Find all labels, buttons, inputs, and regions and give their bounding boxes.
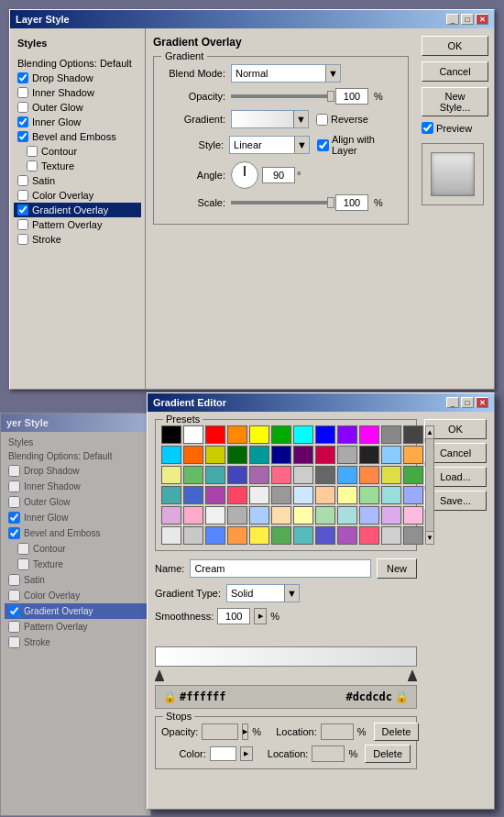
preset-swatch-68[interactable]: [337, 526, 357, 545]
angle-dial[interactable]: [231, 161, 258, 189]
preset-swatch-0[interactable]: [161, 425, 181, 444]
preset-swatch-4[interactable]: [249, 425, 269, 444]
stops-delete-btn1[interactable]: Delete: [374, 723, 420, 741]
preset-swatch-70[interactable]: [381, 526, 401, 545]
preset-swatch-14[interactable]: [205, 446, 225, 464]
preset-swatch-35[interactable]: [403, 466, 423, 484]
smoothness-input[interactable]: [217, 608, 250, 624]
contour-checkbox[interactable]: [27, 146, 38, 157]
stops-delete-btn2[interactable]: Delete: [365, 745, 411, 763]
opacity-slider[interactable]: [231, 94, 332, 98]
preset-swatch-13[interactable]: [183, 446, 203, 464]
sidebar-item-coloroverlay[interactable]: Color Overlay: [14, 188, 141, 203]
preset-swatch-5[interactable]: [271, 425, 291, 444]
preset-swatch-63[interactable]: [227, 526, 247, 545]
gradient-arrow[interactable]: ▼: [293, 111, 308, 127]
new-style-button[interactable]: New Style...: [422, 87, 488, 116]
stops-location-input1[interactable]: [321, 723, 354, 740]
preset-swatch-43[interactable]: [315, 486, 335, 504]
preset-swatch-12[interactable]: [161, 446, 181, 464]
preset-swatch-10[interactable]: [381, 425, 401, 444]
minimize-button[interactable]: _: [446, 14, 459, 25]
preset-swatch-56[interactable]: [337, 506, 357, 524]
stroke-checkbox[interactable]: [17, 234, 28, 245]
sidebar-item-outerglow[interactable]: Outer Glow: [14, 100, 141, 115]
preset-swatch-3[interactable]: [227, 425, 247, 444]
satin-checkbox[interactable]: [17, 175, 28, 186]
ge-minimize-button[interactable]: _: [446, 397, 459, 408]
sidebar-item-satin[interactable]: Satin: [14, 173, 141, 188]
scale-slider[interactable]: [231, 201, 332, 204]
preset-swatch-20[interactable]: [337, 446, 357, 464]
preset-swatch-38[interactable]: [205, 486, 225, 504]
preset-swatch-64[interactable]: [249, 526, 269, 545]
preset-swatch-30[interactable]: [293, 466, 313, 484]
preset-swatch-15[interactable]: [227, 446, 247, 464]
cancel-button[interactable]: Cancel: [422, 61, 488, 82]
preset-swatch-53[interactable]: [271, 506, 291, 524]
stops-color-arrow[interactable]: ▶: [240, 746, 253, 761]
preset-swatch-67[interactable]: [315, 526, 335, 545]
align-checkbox[interactable]: [317, 139, 329, 151]
preset-swatch-7[interactable]: [315, 425, 335, 444]
preset-swatch-54[interactable]: [293, 506, 313, 524]
preset-swatch-39[interactable]: [227, 486, 247, 504]
stops-opacity-input[interactable]: [202, 723, 238, 740]
preset-swatch-57[interactable]: [359, 506, 379, 524]
preset-swatch-17[interactable]: [271, 446, 291, 464]
style-arrow[interactable]: ▼: [294, 137, 309, 153]
preset-swatch-24[interactable]: [161, 466, 181, 484]
preset-swatch-45[interactable]: [359, 486, 379, 504]
innershadow-checkbox[interactable]: [17, 87, 28, 98]
preset-swatch-9[interactable]: [359, 425, 379, 444]
patternoverlay-checkbox[interactable]: [17, 219, 28, 230]
scroll-up-button[interactable]: ▲: [426, 426, 433, 439]
right-stop-marker[interactable]: [408, 670, 417, 683]
close-button[interactable]: ✕: [476, 14, 488, 25]
sidebar-item-blending[interactable]: Blending Options: Default: [14, 56, 141, 71]
preset-swatch-25[interactable]: [183, 466, 203, 484]
preset-swatch-69[interactable]: [359, 526, 379, 545]
angle-input[interactable]: [262, 167, 295, 183]
preset-swatch-18[interactable]: [293, 446, 313, 464]
preset-swatch-29[interactable]: [271, 466, 291, 484]
bevel-checkbox[interactable]: [17, 131, 28, 142]
gradient-type-arrow[interactable]: ▼: [284, 585, 299, 602]
opacity-input[interactable]: [335, 88, 368, 105]
gradient-bar[interactable]: [155, 646, 417, 667]
texture-checkbox[interactable]: [27, 160, 38, 171]
stops-location-input2[interactable]: [312, 745, 345, 762]
preset-swatch-22[interactable]: [381, 446, 401, 464]
stops-opacity-stepper[interactable]: ▶: [242, 723, 248, 740]
sidebar-item-innershadow[interactable]: Inner Shadow: [14, 85, 141, 100]
preset-swatch-21[interactable]: [359, 446, 379, 464]
gradient-type-combo[interactable]: Solid ▼: [226, 584, 300, 602]
blend-mode-arrow[interactable]: ▼: [325, 65, 340, 82]
preset-swatch-31[interactable]: [315, 466, 335, 484]
sidebar-item-contour[interactable]: Contour: [14, 144, 141, 159]
preset-swatch-40[interactable]: [249, 486, 269, 504]
sidebar-item-bevel[interactable]: Bevel and Emboss: [14, 129, 141, 144]
preset-swatch-60[interactable]: [161, 526, 181, 545]
preset-swatch-6[interactable]: [293, 425, 313, 444]
preset-swatch-71[interactable]: [403, 526, 423, 545]
innerglow-checkbox[interactable]: [17, 116, 28, 127]
sidebar-item-gradientoverlay[interactable]: Gradient Overlay: [14, 203, 141, 217]
preset-swatch-55[interactable]: [315, 506, 335, 524]
preset-swatch-58[interactable]: [381, 506, 401, 524]
opacity-thumb[interactable]: [327, 91, 334, 102]
preset-swatch-28[interactable]: [249, 466, 269, 484]
preset-swatch-65[interactable]: [271, 526, 291, 545]
preset-swatch-26[interactable]: [205, 466, 225, 484]
preset-swatch-2[interactable]: [205, 425, 225, 444]
preset-swatch-44[interactable]: [337, 486, 357, 504]
preset-swatch-23[interactable]: [403, 446, 423, 464]
preset-swatch-62[interactable]: [205, 526, 225, 545]
left-stop-marker[interactable]: [155, 670, 164, 683]
new-gradient-button[interactable]: New: [377, 558, 417, 579]
preset-swatch-27[interactable]: [227, 466, 247, 484]
smoothness-stepper[interactable]: ▶: [254, 608, 267, 624]
preset-swatch-11[interactable]: [403, 425, 423, 444]
maximize-button[interactable]: □: [461, 14, 474, 25]
preset-swatch-36[interactable]: [161, 486, 181, 504]
